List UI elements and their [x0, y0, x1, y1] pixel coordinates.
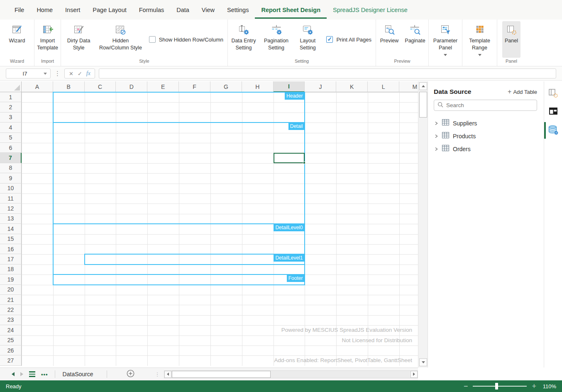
dirty-data-style-button[interactable]: Dirty Data Style [61, 21, 96, 58]
vertical-scroll-thumb[interactable] [419, 92, 427, 118]
vertical-scrollbar[interactable] [418, 81, 428, 368]
wizard-button[interactable]: Wizard [7, 21, 28, 58]
name-box-dropdown-icon[interactable] [44, 73, 47, 75]
column-header-J[interactable]: J [305, 81, 336, 92]
menu-tab-formulas[interactable]: Formulas [133, 1, 170, 19]
zoom-in-button[interactable]: + [532, 384, 536, 388]
row-header-7[interactable]: 7 [0, 153, 22, 163]
show-hidden-row-column-checkbox[interactable]: Show Hidden Row/Column [145, 36, 227, 43]
row-header-20[interactable]: 20 [0, 285, 22, 295]
menu-tab-data[interactable]: Data [170, 1, 195, 19]
column-header-D[interactable]: D [116, 81, 147, 92]
zoom-slider[interactable] [473, 386, 527, 387]
parameter-panel-dropdown-icon[interactable] [444, 54, 447, 56]
cell-reference-input[interactable] [6, 71, 44, 77]
region-footer[interactable]: Footer [53, 274, 305, 285]
region-detail[interactable]: Detail [53, 122, 305, 224]
row-header-9[interactable]: 9 [0, 173, 22, 183]
sheet-tab-datasource[interactable]: DataSource [58, 371, 104, 377]
scroll-left-button[interactable] [164, 371, 171, 378]
menu-tab-settings[interactable]: Settings [221, 1, 255, 19]
select-all-corner[interactable] [0, 81, 22, 92]
zoom-out-button[interactable]: − [464, 384, 468, 388]
row-header-16[interactable]: 16 [0, 244, 22, 254]
scroll-down-button[interactable] [419, 358, 427, 366]
column-header-E[interactable]: E [147, 81, 179, 92]
row-header-8[interactable]: 8 [0, 163, 22, 173]
row-header-6[interactable]: 6 [0, 143, 22, 153]
sheetbar-kebab-icon[interactable]: ⋮ [154, 371, 160, 377]
search-input[interactable] [446, 102, 533, 108]
region-header[interactable]: Header [53, 92, 305, 123]
previous-sheet-icon[interactable] [12, 372, 15, 376]
menu-tab-view[interactable]: View [195, 1, 221, 19]
row-header-18[interactable]: 18 [0, 265, 22, 274]
checkbox-box[interactable] [149, 36, 156, 43]
tree-item-orders[interactable]: Orders [428, 142, 544, 155]
row-header-25[interactable]: 25 [0, 336, 22, 345]
hidden-row-column-style-button[interactable]: Hidden Row/Column Style [96, 21, 144, 58]
region-detaillevel0[interactable]: DetailLevel0 [53, 223, 305, 275]
region-label-detail[interactable]: Detail [288, 123, 305, 130]
tree-item-suppliers[interactable]: Suppliers [428, 117, 544, 130]
region-label-footer[interactable]: Footer [287, 275, 305, 282]
template-range-button[interactable]: Template Range [462, 21, 497, 58]
name-box[interactable] [6, 69, 51, 78]
region-detaillevel1[interactable]: DetailLevel1 [84, 254, 305, 265]
chevron-right-icon[interactable] [434, 132, 438, 140]
row-header-11[interactable]: 11 [0, 194, 22, 203]
pagination-setting-button[interactable]: Pagination Setting [259, 21, 293, 58]
row-header-1[interactable]: 1 [0, 92, 22, 102]
column-header-F[interactable]: F [179, 81, 210, 92]
panel-button[interactable]: Panel [502, 21, 520, 58]
menu-tab-report-sheet-design[interactable]: Report Sheet Design [255, 1, 327, 19]
fill-handle[interactable] [303, 162, 305, 164]
row-header-24[interactable]: 24 [0, 325, 22, 335]
next-sheet-icon[interactable] [20, 372, 23, 376]
enter-formula-icon[interactable]: ✓ [78, 71, 82, 77]
tree-item-products[interactable]: Products [428, 130, 544, 142]
insert-function-icon[interactable]: fx [86, 70, 90, 77]
scroll-up-button[interactable] [419, 82, 427, 90]
spreadsheet-grid[interactable]: ABCDEFGHIJKLM 12345678910111213141516171… [0, 81, 418, 368]
row-header-5[interactable]: 5 [0, 133, 22, 143]
preview-button[interactable]: Preview [376, 21, 402, 58]
search-box[interactable] [434, 100, 537, 111]
menu-tab-spreadjs-designer-license[interactable]: SpreadJS Designer License [327, 1, 414, 19]
column-header-C[interactable]: C [85, 81, 116, 92]
row-header-15[interactable]: 15 [0, 234, 22, 244]
row-header-12[interactable]: 12 [0, 203, 22, 213]
horizontal-scrollbar[interactable] [164, 370, 418, 378]
data-entry-setting-button[interactable]: Data Entry Setting [228, 21, 259, 58]
paginate-button[interactable]: Paginate [402, 21, 428, 58]
menu-tab-file[interactable]: File [8, 1, 30, 19]
add-sheet-button[interactable] [127, 370, 134, 379]
print-all-pages-checkbox[interactable]: Print All Pages [322, 36, 376, 43]
add-table-button[interactable]: + Add Table [508, 89, 537, 95]
selected-cell-I7[interactable] [274, 153, 305, 163]
column-header-H[interactable]: H [242, 81, 274, 92]
menu-tab-home[interactable]: Home [30, 1, 59, 19]
layout-setting-button[interactable]: Layout Setting [293, 21, 322, 58]
checkbox-box[interactable] [326, 36, 333, 43]
column-header-A[interactable]: A [22, 81, 53, 92]
row-header-26[interactable]: 26 [0, 345, 22, 355]
column-header-L[interactable]: L [368, 81, 399, 92]
column-header-I[interactable]: I [274, 81, 305, 92]
menu-tab-insert[interactable]: Insert [59, 1, 86, 19]
formula-bar-kebab-icon[interactable]: ⋮ [54, 70, 61, 77]
cancel-formula-icon[interactable]: ✕ [69, 71, 73, 77]
row-header-22[interactable]: 22 [0, 305, 22, 315]
parameter-panel-button[interactable]: Parameter Panel [429, 21, 462, 58]
menu-tab-page-layout[interactable]: Page Layout [86, 1, 132, 19]
column-header-M[interactable]: M [399, 81, 418, 92]
import-template-button[interactable]: Import Template [34, 21, 61, 58]
row-header-21[interactable]: 21 [0, 295, 22, 305]
region-label-header[interactable]: Header [285, 93, 304, 100]
field-list-tab[interactable] [544, 103, 562, 121]
panel-layout-tab[interactable] [544, 85, 562, 103]
scroll-right-button[interactable] [411, 371, 418, 378]
row-header-17[interactable]: 17 [0, 254, 22, 264]
row-header-19[interactable]: 19 [0, 274, 22, 284]
horizontal-scroll-thumb[interactable] [172, 371, 271, 378]
